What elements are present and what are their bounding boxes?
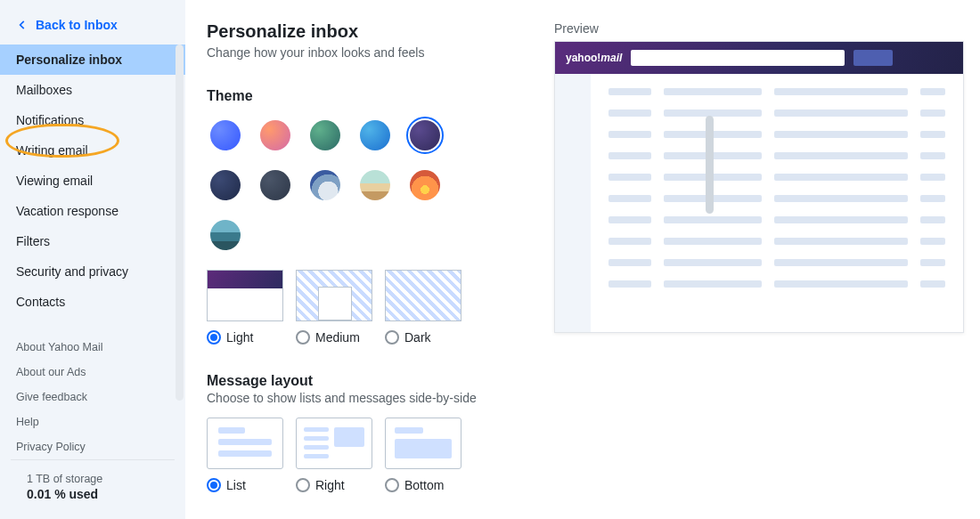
- settings-sidebar: Back to Inbox Personalize inboxMailboxes…: [0, 0, 185, 519]
- theme-heading: Theme: [207, 88, 527, 104]
- storage-used: 0.01 % used: [27, 487, 159, 501]
- preview-body: [555, 74, 963, 332]
- theme-mode-radio-light[interactable]: Light: [207, 330, 283, 345]
- preview-list-row: [608, 131, 945, 138]
- preview-search-button: [853, 50, 893, 66]
- radio-icon: [296, 330, 310, 345]
- layout-cards: [207, 418, 527, 469]
- preview-message-list: [591, 74, 963, 332]
- layout-radio-right[interactable]: Right: [296, 478, 372, 492]
- main-scrollbar[interactable]: [706, 116, 714, 214]
- storage-label: 1 TB of storage: [27, 473, 159, 485]
- radio-icon: [385, 478, 399, 492]
- layout-card-bottom[interactable]: [385, 418, 461, 469]
- sidebar-item-notifications[interactable]: Notifications: [0, 105, 185, 135]
- about-link-about-yahoo-mail[interactable]: About Yahoo Mail: [0, 335, 185, 360]
- theme-swatch-forest[interactable]: [306, 117, 344, 154]
- sidebar-item-security-and-privacy[interactable]: Security and privacy: [0, 256, 185, 287]
- radio-label: Right: [315, 478, 345, 492]
- layout-card-list[interactable]: [207, 418, 283, 469]
- preview-header: yahoo!mail: [555, 42, 963, 74]
- layout-radio-list[interactable]: List: [207, 478, 283, 492]
- about-link-list: About Yahoo MailAbout our AdsGive feedba…: [0, 335, 185, 459]
- back-to-inbox-link[interactable]: Back to Inbox: [0, 12, 185, 45]
- theme-swatch-navy[interactable]: [207, 166, 244, 204]
- settings-nav-list: Personalize inboxMailboxesNotificationsW…: [0, 45, 185, 317]
- preview-label: Preview: [554, 21, 964, 36]
- theme-swatch-mountain[interactable]: [306, 166, 344, 204]
- theme-swatch-indigo[interactable]: [406, 117, 444, 154]
- sidebar-item-filters[interactable]: Filters: [0, 226, 185, 256]
- theme-mode-card-light[interactable]: [207, 270, 283, 321]
- page-subtitle: Change how your inbox looks and feels: [207, 45, 527, 60]
- back-link-label: Back to Inbox: [36, 18, 118, 32]
- theme-swatch-sunset[interactable]: [257, 117, 294, 154]
- preview-list-row: [608, 152, 945, 159]
- settings-main: Personalize inbox Change how your inbox …: [185, 0, 980, 519]
- radio-icon: [207, 330, 221, 345]
- radio-label: Light: [226, 330, 253, 345]
- radio-icon: [385, 330, 399, 345]
- layout-radio-bottom[interactable]: Bottom: [385, 478, 461, 492]
- preview-list-row: [608, 238, 945, 245]
- about-link-about-our-ads[interactable]: About our Ads: [0, 360, 185, 385]
- yahoo-mail-logo: yahoo!mail: [566, 52, 622, 64]
- preview-list-row: [608, 109, 945, 117]
- theme-swatches: [207, 117, 474, 254]
- theme-swatch-lake[interactable]: [207, 216, 244, 254]
- theme-mode-cards: [207, 270, 527, 321]
- layout-heading: Message layout: [207, 373, 527, 389]
- theme-mode-radio-dark[interactable]: Dark: [385, 330, 461, 345]
- arrow-left-icon: [16, 19, 29, 31]
- sidebar-item-mailboxes[interactable]: Mailboxes: [0, 75, 185, 105]
- about-link-help[interactable]: Help: [0, 410, 185, 434]
- sidebar-item-vacation-response[interactable]: Vacation response: [0, 196, 185, 226]
- radio-label: List: [226, 478, 246, 492]
- sidebar-item-contacts[interactable]: Contacts: [0, 287, 185, 317]
- theme-mode-radio-medium[interactable]: Medium: [296, 330, 372, 345]
- theme-mode-card-dark[interactable]: [385, 270, 461, 321]
- layout-radios: ListRightBottom: [207, 478, 527, 492]
- sidebar-scrollbar[interactable]: [176, 45, 184, 401]
- sidebar-item-writing-email[interactable]: Writing email: [0, 135, 185, 166]
- radio-icon: [296, 478, 310, 492]
- radio-label: Medium: [315, 330, 360, 345]
- storage-meter: 1 TB of storage 0.01 % used: [11, 459, 175, 519]
- settings-form: Personalize inbox Change how your inbox …: [207, 21, 527, 519]
- about-link-privacy-policy[interactable]: Privacy Policy: [0, 434, 185, 459]
- layout-card-right[interactable]: [296, 418, 372, 469]
- radio-label: Bottom: [404, 478, 444, 492]
- preview-list-row: [608, 259, 945, 266]
- preview-pane: yahoo!mail: [554, 41, 964, 333]
- preview-nav-column: [555, 74, 591, 332]
- theme-mode-card-medium[interactable]: [296, 270, 372, 321]
- theme-swatch-slate[interactable]: [257, 166, 294, 204]
- preview-list-row: [608, 174, 945, 181]
- radio-icon: [207, 478, 221, 492]
- preview-list-row: [608, 88, 945, 95]
- preview-search-bar: [631, 50, 845, 66]
- preview-list-row: [608, 216, 945, 223]
- about-link-give-feedback[interactable]: Give feedback: [0, 385, 185, 410]
- theme-swatch-blue[interactable]: [207, 117, 244, 154]
- preview-list-row: [608, 280, 945, 288]
- theme-swatch-ocean[interactable]: [356, 117, 394, 154]
- sidebar-item-viewing-email[interactable]: Viewing email: [0, 166, 185, 196]
- sidebar-item-personalize-inbox[interactable]: Personalize inbox: [0, 45, 185, 75]
- theme-swatch-beach[interactable]: [356, 166, 394, 204]
- theme-swatch-dusk[interactable]: [406, 166, 444, 204]
- layout-subtitle: Choose to show lists and messages side-b…: [207, 391, 527, 405]
- preview-list-row: [608, 195, 945, 202]
- radio-label: Dark: [404, 330, 431, 345]
- page-title: Personalize inbox: [207, 21, 527, 42]
- theme-mode-radios: LightMediumDark: [207, 330, 527, 345]
- preview-column: Preview yahoo!mail: [554, 21, 964, 519]
